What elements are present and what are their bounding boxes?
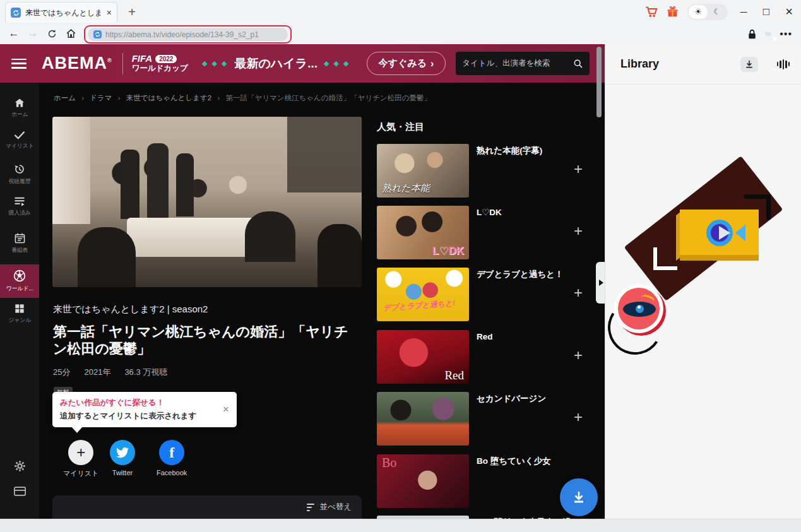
list-item[interactable]: セカンドバージン + bbox=[377, 392, 596, 446]
corner-bracket-icon bbox=[653, 247, 677, 270]
sort-icon bbox=[307, 504, 314, 511]
library-header: Library bbox=[605, 44, 801, 85]
twitter-icon[interactable] bbox=[110, 440, 135, 465]
list-item[interactable]: 熟れた本能 熟れた本能(字幕) + bbox=[377, 144, 596, 198]
app-window: 来世ではちゃんとします2 × + ☀ ☾ ─ □ × ← → bbox=[0, 0, 801, 532]
settings-gear-icon[interactable] bbox=[0, 460, 39, 472]
add-icon[interactable]: + bbox=[574, 408, 583, 426]
abema-site-header: ABEMA® FIFA2022 ワールドカップ ◆ ◆ ◆ 最新のハイラ... … bbox=[0, 44, 605, 83]
dark-mode-icon[interactable]: ☾ bbox=[708, 5, 727, 19]
thumbnail[interactable]: デブとラブと過ちと! bbox=[377, 268, 469, 321]
reload-icon[interactable] bbox=[44, 26, 59, 41]
sidebar-item-history[interactable]: 視聴履歴 bbox=[0, 163, 39, 186]
thumbnail[interactable] bbox=[377, 392, 469, 446]
breadcrumb-drama[interactable]: ドラマ bbox=[90, 94, 112, 102]
sidebar-item-genre[interactable]: ジャンル bbox=[0, 304, 39, 324]
abema-logo[interactable]: ABEMA® bbox=[42, 54, 112, 73]
sidebar-item-purchased[interactable]: 購入済み bbox=[0, 196, 39, 217]
window-maximize-button[interactable]: □ bbox=[759, 6, 773, 18]
sidebar-item-home[interactable]: ホーム bbox=[0, 98, 39, 119]
thumbnail[interactable]: L♡DK bbox=[377, 206, 469, 259]
episode-year: 2021年 bbox=[84, 367, 110, 378]
browser-menu-icon[interactable]: ••• bbox=[780, 28, 792, 40]
window-close-button[interactable]: × bbox=[782, 4, 796, 19]
sidebar-item-worldcup[interactable]: ワールド... bbox=[0, 264, 39, 298]
tab-title: 来世ではちゃんとします2 bbox=[25, 8, 102, 18]
diamond-decoration-right: ◆ ◆ ◆ bbox=[324, 59, 350, 68]
history-icon bbox=[14, 163, 25, 175]
popular-heading: 人気・注目 bbox=[377, 121, 424, 133]
thumbnail[interactable]: Red bbox=[377, 330, 469, 384]
episode-title: 第一話「ヤリマン桃江ちゃんの婚活」「ヤリチン松田の憂鬱」 bbox=[53, 324, 355, 358]
calendar-icon bbox=[15, 233, 25, 244]
plus-icon[interactable]: + bbox=[68, 440, 93, 465]
soccer-ball-icon bbox=[13, 269, 26, 282]
series-title[interactable]: 来世ではちゃんとします2 | season2 bbox=[53, 304, 208, 316]
library-panel: Library bbox=[605, 44, 801, 519]
sort-button[interactable]: 並べ替え bbox=[319, 502, 352, 512]
fifa-worldcup-banner[interactable]: FIFA2022 ワールドカップ bbox=[132, 54, 188, 73]
add-icon[interactable]: + bbox=[574, 222, 583, 240]
browser-viewport: ABEMA® FIFA2022 ワールドカップ ◆ ◆ ◆ 最新のハイラ... … bbox=[0, 44, 605, 519]
share-twitter-button[interactable]: Twitter bbox=[110, 440, 135, 476]
scrollbar-thumb[interactable] bbox=[596, 47, 602, 117]
gift-icon[interactable] bbox=[667, 6, 679, 18]
account-card-icon[interactable] bbox=[0, 487, 39, 496]
home-icon[interactable] bbox=[63, 26, 78, 41]
cart-icon[interactable] bbox=[645, 6, 658, 18]
url-text[interactable]: https://abema.tv/video/episode/134-39_s2… bbox=[105, 30, 259, 39]
list-item[interactable]: デブとラブと過ちと! デブとラブと過ちと！ + bbox=[377, 268, 596, 321]
tab-close-icon[interactable]: × bbox=[107, 8, 112, 18]
episode-video-thumbnail[interactable] bbox=[52, 117, 362, 287]
list-item[interactable]: Red Red + bbox=[377, 330, 596, 384]
headline-marquee[interactable]: ◆ ◆ ◆ 最新のハイラ... ◆ ◆ ◆ bbox=[202, 56, 350, 72]
back-icon[interactable]: ← bbox=[6, 26, 21, 41]
list-item[interactable]: L♡DK L♡DK + bbox=[377, 206, 596, 259]
facebook-icon[interactable]: f bbox=[159, 440, 184, 465]
thumbnail[interactable]: 熟れた本能 bbox=[377, 144, 469, 198]
home-icon bbox=[14, 98, 25, 108]
search-input[interactable]: タイトル、出演者を検索 bbox=[456, 52, 590, 75]
download-fab-button[interactable] bbox=[560, 478, 598, 516]
add-icon[interactable]: + bbox=[574, 284, 583, 302]
purchase-list-icon bbox=[14, 196, 25, 206]
library-downloads-tab-icon[interactable] bbox=[740, 57, 758, 72]
tooltip-arrow bbox=[71, 427, 83, 433]
breadcrumb-series[interactable]: 来世ではちゃんとします2 bbox=[126, 94, 211, 102]
breadcrumb-home[interactable]: ホーム bbox=[54, 94, 76, 102]
browser-toolbar: ← → https://abema.tv/video/episode/134-3… bbox=[0, 23, 801, 44]
sidebar-item-mylist[interactable]: マイリスト bbox=[0, 131, 39, 150]
new-tab-button[interactable]: + bbox=[124, 4, 140, 20]
sidebar-item-schedule[interactable]: 番組表 bbox=[0, 233, 39, 254]
browser-tab[interactable]: 来世ではちゃんとします2 × bbox=[5, 2, 117, 23]
light-mode-icon[interactable]: ☀ bbox=[689, 5, 708, 19]
menu-icon[interactable] bbox=[11, 59, 27, 69]
mylist-tooltip: みたい作品がすぐに探せる！ 追加するとマイリストに表示されます × bbox=[52, 392, 237, 427]
library-audio-tab-icon[interactable] bbox=[777, 59, 790, 69]
add-icon[interactable]: + bbox=[574, 346, 583, 364]
library-title: Library bbox=[620, 57, 740, 71]
thumbnail[interactable]: Bo bbox=[377, 454, 469, 508]
browser-tab-bar: 来世ではちゃんとします2 × + ☀ ☾ ─ □ × bbox=[0, 0, 801, 23]
tooltip-line1: みたい作品がすぐに探せる！ bbox=[60, 398, 229, 408]
window-footer-strip bbox=[0, 519, 801, 532]
url-favicon bbox=[93, 30, 102, 38]
theme-toggle[interactable]: ☀ ☾ bbox=[687, 4, 728, 20]
add-to-mylist-button[interactable]: + マイリスト bbox=[63, 440, 98, 478]
abema-sidebar: ホーム マイリスト 視聴履歴 購入済み 番組表 ワールド... bbox=[0, 83, 39, 519]
add-icon[interactable]: + bbox=[574, 160, 583, 178]
share-facebook-button[interactable]: f Facebook bbox=[157, 440, 187, 476]
episode-views: 36.3 万視聴 bbox=[124, 367, 167, 378]
panel-expand-handle[interactable] bbox=[596, 262, 605, 304]
url-bar[interactable]: https://abema.tv/video/episode/134-39_s2… bbox=[88, 28, 288, 41]
lock-icon[interactable] bbox=[747, 29, 757, 40]
forward-icon: → bbox=[25, 26, 40, 41]
check-icon bbox=[14, 131, 25, 139]
video-downloader-icon[interactable] bbox=[765, 32, 771, 36]
window-minimize-button[interactable]: ─ bbox=[737, 6, 751, 17]
tooltip-close-icon[interactable]: × bbox=[223, 403, 229, 416]
header-divider bbox=[122, 53, 123, 74]
search-icon[interactable] bbox=[573, 59, 583, 69]
watch-now-button[interactable]: 今すぐみる› bbox=[367, 52, 446, 75]
episode-duration: 25分 bbox=[53, 367, 70, 378]
